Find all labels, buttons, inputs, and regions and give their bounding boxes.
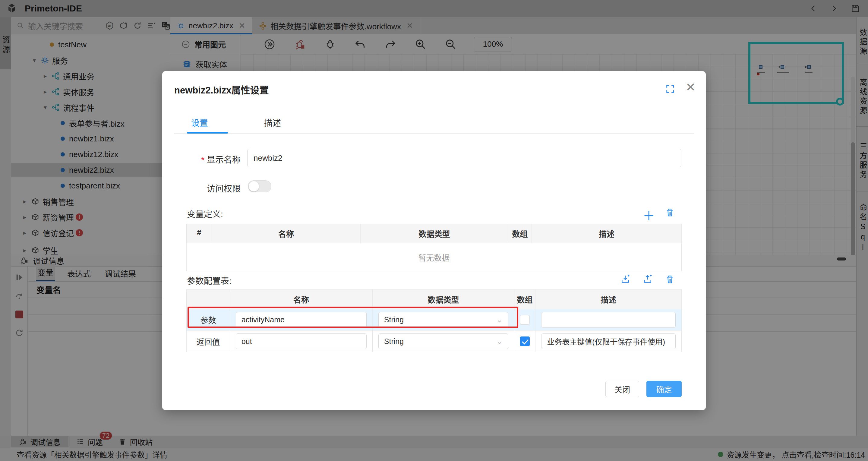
array-checkbox-checked[interactable] [520,336,530,346]
export-params-icon[interactable] [643,274,652,284]
params-table-header-row: 名称 数据类型 数组 描述 [187,290,681,309]
params-table: 名称 数据类型 数组 描述 参数 activityName String⌄ 返回… [186,289,682,352]
delete-variable-icon[interactable] [665,208,675,217]
empty-data-row: 暂无数据 [187,243,681,271]
display-name-label: 显示名称 [192,153,241,165]
variables-table: # 名称 数据类型 数组 描述 暂无数据 [186,224,682,271]
toggle-knob [249,181,259,191]
variables-table-header-row: # 名称 数据类型 数组 描述 [187,224,681,243]
array-checkbox[interactable] [520,315,530,325]
display-name-input[interactable]: newbiz2 [247,149,681,167]
import-params-icon[interactable] [620,274,630,284]
dialog-tab-description[interactable]: 描述 [264,116,281,128]
dialog-title: newbiz2.bizx属性设置 [174,83,269,96]
close-button[interactable]: 关闭 [606,381,639,397]
active-tab-indicator [187,132,228,133]
param-type-select[interactable]: String⌄ [378,334,508,349]
param-desc-input[interactable] [541,312,675,328]
param-name-input[interactable]: activityName [236,312,367,328]
chevron-down-icon: ⌄ [496,315,503,324]
variables-section-label: 变量定义: [187,208,223,219]
access-toggle[interactable] [248,180,271,192]
chevron-down-icon: ⌄ [496,337,503,346]
param-desc-input[interactable]: 业务表主键值(仅限于保存事件使用) [541,334,675,349]
delete-param-icon[interactable] [665,274,675,284]
fullscreen-icon[interactable] [665,84,675,94]
param-row: 返回值 out String⌄ 业务表主键值(仅限于保存事件使用) [187,331,681,352]
param-row: 参数 activityName String⌄ [187,309,681,331]
add-variable-icon[interactable]: ＋ [643,206,655,224]
params-section-label: 参数配置表: [187,274,231,286]
access-label: 访问权限 [192,182,241,194]
properties-dialog: newbiz2.bizx属性设置 ✕ 设置 描述 显示名称 newbiz2 访问… [162,71,706,410]
param-type-select[interactable]: String⌄ [378,312,508,328]
dialog-tab-settings[interactable]: 设置 [191,116,208,128]
param-name-input[interactable]: out [236,334,367,349]
close-icon[interactable]: ✕ [686,80,696,94]
confirm-button[interactable]: 确定 [646,381,682,397]
tab-divider [174,133,694,133]
